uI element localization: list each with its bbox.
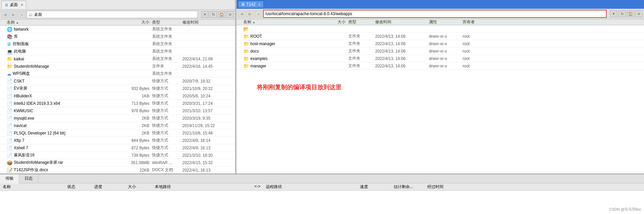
list-item[interactable]: 📦 StudentInfoManage录屏.rar 351.08MB WinRA… [0,159,235,166]
left-tab-label: 桌面 [10,2,18,8]
file-name: kaikai [14,57,24,61]
file-name: manager [250,64,266,68]
left-titlebar: 🖥 桌面 ✕ [0,0,235,10]
right-dropdown-button[interactable]: ▼ [610,10,617,17]
file-name: host-manager [250,41,275,46]
watermark: CSDN @司马羽feic [609,207,641,212]
list-item[interactable]: 📁 docs 文件夹 2022/4/13, 14:06 drwxr-xr-x r… [237,48,644,55]
right-reload-button[interactable]: ⟳ [635,10,643,17]
desktop-icon: 🖥 [4,3,8,7]
left-col-type[interactable]: 类型 [152,20,182,25]
right-forward-button[interactable]: ▶ [246,10,254,17]
bottom-tab-transfer[interactable]: 传输 [0,174,19,183]
list-item[interactable]: 📁 kaikai 系统文件夹 2022/4/14, 21:08 [0,55,235,63]
right-col-type[interactable]: 类型 [348,19,375,25]
list-item[interactable]: 📁 StudentInfoManage 文件夹 2022/4/16, 14:45 [0,63,235,70]
left-file-list[interactable]: 🌐 Network 系统文件夹 📚 库 系统文件夹 🖥 控制面板 系统文件夹 💻… [0,26,235,174]
right-col-owner[interactable]: 所有者 [463,19,490,25]
file-icon: 📁 [243,63,249,69]
file-icon: 📁 [243,56,249,61]
right-col-name[interactable]: 名称 ▲ [241,19,315,25]
list-item[interactable]: 📄 Xftp 7 844 Bytes 快捷方式 2022/4/9, 16:14 [0,137,235,144]
file-icon: 📄 [7,145,12,151]
right-tab-t142[interactable]: 🖥 T142 ✕ [238,1,264,8]
left-up-button[interactable]: ▲ [18,11,26,18]
th-remote: 远程路径 [266,184,360,190]
list-item[interactable]: 📁 manager 文件夹 2022/4/13, 14:06 drwxr-xr-… [237,62,644,70]
left-col-mtime[interactable]: 修改时间 [182,20,229,25]
list-item[interactable]: 📄 Xshell 7 872 Bytes 快捷方式 2022/4/9, 16:1… [0,144,235,152]
right-nav-bar: ◀ ▶ ▲ ▼ ↻ 🏠 ⟳ [237,9,644,19]
left-folder-icon: 🗂 [28,12,33,17]
list-item[interactable]: 🌐 Network 系统文件夹 [0,26,235,33]
left-address-bar: 🗂 [27,11,198,18]
list-item[interactable]: 📄 EV录屏 932 Bytes 快捷方式 2021/10/9, 20:32 [0,85,235,92]
left-col-size[interactable]: 大小 [118,20,152,25]
right-col-mtime[interactable]: 修改时间 [375,19,429,25]
left-nav-bar: ◀ ▶ ▲ 🗂 ▼ ↻ 🏠 ⟳ [0,10,235,20]
list-item[interactable]: 📄 CSKT 快捷方式 2020/7/9, 19:32 [0,78,235,85]
left-reload-button[interactable]: ⟳ [226,11,234,18]
file-name: 此电脑 [14,49,26,54]
file-name: examples [250,56,267,61]
file-icon: 📄 [7,86,12,91]
file-name: PLSQL Developer 12 (64 bit) [14,131,66,135]
bottom-tab-log[interactable]: 日志 [19,174,38,183]
left-dropdown-button[interactable]: ▼ [201,11,209,18]
list-item[interactable]: 📄 HBuilderX 1KB 快捷方式 2020/5/6, 10:24 [0,92,235,100]
right-address-bar [263,10,607,18]
file-icon: 📄 [7,93,12,99]
right-address-input[interactable] [265,11,605,16]
right-home-button[interactable]: 🏠 [627,10,634,17]
list-item[interactable]: 📄 暴风影音16 739 Bytes 快捷方式 2021/3/10, 18:30 [0,152,235,159]
server-icon: 🖥 [241,2,245,7]
file-name: KWMUSIC [14,109,33,113]
file-name: Xftp 7 [14,138,24,143]
th-elapsed: 经过时间 [427,184,468,190]
left-forward-button[interactable]: ▶ [10,11,17,18]
file-name: Network [14,27,29,32]
left-home-button[interactable]: 🏠 [218,11,225,18]
left-address-input[interactable] [34,12,196,17]
left-refresh-button[interactable]: ↻ [210,11,217,18]
list-item[interactable]: ☁ WPS网盘 系统文件夹 [0,70,235,78]
list-item[interactable]: 📄 navicat 2KB 快捷方式 2019/11/28, 15:22 [0,122,235,129]
list-item[interactable]: 📄 mysqld.exe 2KB 快捷方式 2020/3/19, 9:35 [0,115,235,122]
list-item[interactable]: 📄 KWMUSIC 978 Bytes 快捷方式 2021/3/10, 13:5… [0,107,235,115]
th-eta: 估计剩余... [394,184,427,190]
bottom-area: 传输 日志 名称 状态 进度 大小 本地路径 <-> 远程路径 速度 估计剩余.… [0,174,644,214]
file-icon: 📦 [7,160,12,165]
left-tab-close[interactable]: ✕ [21,3,23,7]
left-col-name[interactable]: 名称 ▲ [4,20,118,25]
list-item[interactable]: 📁 examples 文件夹 2022/4/13, 14:06 drwxr-xr… [237,55,644,62]
list-item[interactable]: 📁 ROOT 文件夹 2022/4/13, 14:06 drwxr-xr-x r… [237,33,644,40]
file-icon: 📄 [7,130,12,136]
list-item[interactable]: 🖥 控制面板 系统文件夹 [0,40,235,48]
list-item[interactable]: 📚 库 系统文件夹 [0,33,235,40]
right-back-button[interactable]: ◀ [238,10,245,17]
file-icon: 📄 [7,108,12,114]
right-up-button[interactable]: ▲ [255,10,262,17]
list-item[interactable]: 💻 此电脑 系统文件夹 [0,48,235,55]
th-progress: 进度 [94,184,128,190]
right-tab-close[interactable]: ✕ [258,3,261,6]
left-pane: 🖥 桌面 ✕ ◀ ▶ ▲ 🗂 ▼ ↻ 🏠 ⟳ 名称 [0,0,236,174]
list-item[interactable]: 📁 host-manager 文件夹 2022/4/13, 14:06 drwx… [237,40,644,48]
right-col-size[interactable]: 大小 [315,19,348,25]
left-tab-desktop[interactable]: 🖥 桌面 ✕ [1,1,26,9]
right-refresh-button[interactable]: ↻ [618,10,626,17]
list-item[interactable]: 📄 IntelliJ IDEA 2019.3.3 x64 713 Bytes 快… [0,100,235,107]
file-icon: 📁 [7,56,12,62]
left-back-button[interactable]: ◀ [1,11,9,18]
file-icon: 💻 [7,49,12,54]
list-item[interactable]: 📂 .. [237,25,644,33]
list-item[interactable]: 📝 T142JSP作业.docx 22KB DOCX 文档 2022/4/1, … [0,166,235,174]
file-icon: 📄 [7,123,12,128]
th-speed: 速度 [360,184,394,190]
list-item[interactable]: 📄 PLSQL Developer 12 (64 bit) 2KB 快捷方式 2… [0,129,235,137]
right-tab-label: T142 [246,2,255,7]
right-col-perm[interactable]: 属性 [429,19,463,25]
file-name: IntelliJ IDEA 2019.3.3 x64 [14,101,60,106]
file-icon: 🌐 [7,27,12,32]
right-file-list[interactable]: 📂 .. 📁 ROOT 文件夹 2022/4/13, 14:06 drwxr-x… [237,25,644,174]
